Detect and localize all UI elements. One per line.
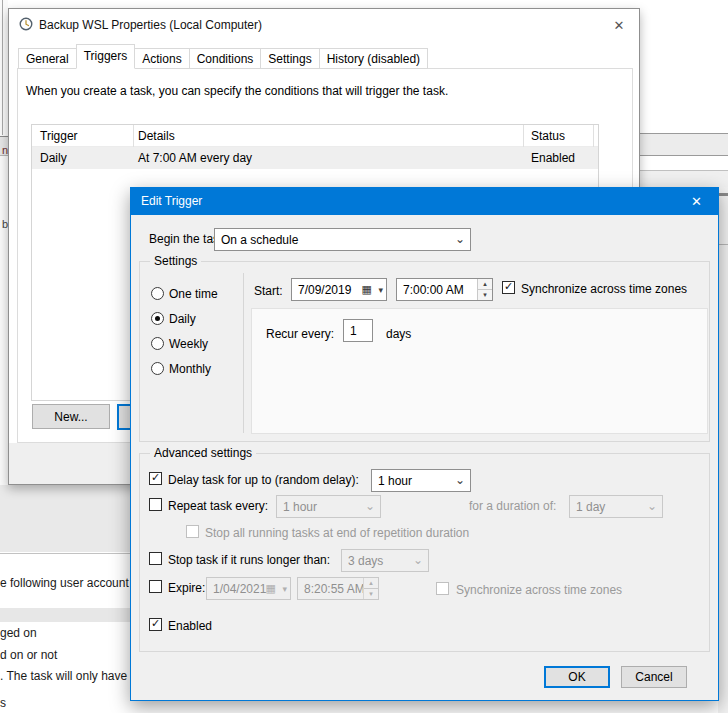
cell-status: Enabled	[531, 151, 575, 165]
background-text-fragment: d on or not	[0, 648, 57, 662]
expire-time-value: 8:20:55 AM	[304, 582, 365, 596]
stop-task-label[interactable]: Stop task if it runs longer than:	[168, 553, 330, 567]
ok-button[interactable]: OK	[544, 666, 610, 688]
delay-task-label[interactable]: Delay task for up to (random delay):	[168, 473, 359, 487]
begin-task-value: On a schedule	[221, 233, 298, 247]
task-scheduler-icon	[19, 17, 33, 31]
enabled-checkbox[interactable]: ✓	[149, 618, 162, 631]
expire-checkbox[interactable]: ✓	[149, 580, 162, 593]
recur-every-input[interactable]: 1	[343, 319, 373, 342]
recur-unit-label: days	[386, 327, 411, 341]
background-band	[0, 485, 130, 552]
start-time-spinner[interactable]: 7:00:00 AM ▴ ▾	[396, 278, 493, 301]
edit-trigger-title: Edit Trigger	[141, 194, 202, 208]
tab-actions[interactable]: Actions	[134, 48, 189, 69]
close-icon[interactable]: ✕	[607, 14, 631, 36]
close-icon[interactable]: ✕	[675, 188, 718, 215]
chevron-down-icon: ▾	[282, 584, 287, 594]
chevron-down-icon: ⌄	[647, 498, 657, 512]
tab-strip: General Triggers Actions Conditions Sett…	[18, 48, 427, 69]
expire-date-picker: 1/04/2021 ▦ ▾	[206, 577, 291, 600]
background-divider	[0, 553, 130, 554]
spin-down-icon[interactable]: ▾	[478, 290, 492, 300]
table-row[interactable]: Daily At 7:00 AM every day Enabled	[32, 147, 598, 169]
background-text-fragment: e following user account	[0, 576, 129, 590]
duration-label: for a duration of:	[469, 499, 556, 513]
radio-dot	[155, 316, 160, 321]
column-divider[interactable]	[133, 125, 134, 147]
spinner-buttons: ▴ ▾	[363, 578, 378, 599]
repeat-task-label[interactable]: Repeat task every:	[168, 499, 268, 513]
chevron-down-icon: ⌄	[455, 472, 465, 486]
delay-task-value: 1 hour	[378, 474, 412, 488]
expire-time-spinner: 8:20:55 AM ▴ ▾	[297, 577, 379, 600]
properties-titlebar[interactable]: Backup WSL Properties (Local Computer) ✕	[9, 9, 639, 41]
new-button[interactable]: New...	[32, 404, 110, 429]
settings-divider	[243, 273, 244, 433]
tab-triggers[interactable]: Triggers	[76, 44, 136, 69]
sync-timezones-label[interactable]: Synchronize across time zones	[521, 282, 687, 296]
tab-conditions[interactable]: Conditions	[189, 48, 262, 69]
column-header-trigger[interactable]: Trigger	[40, 129, 78, 143]
column-divider[interactable]	[523, 125, 524, 147]
stop-all-tasks-label: Stop all running tasks at end of repetit…	[205, 526, 469, 540]
radio-daily-label[interactable]: Daily	[169, 312, 196, 326]
start-label: Start:	[254, 284, 283, 298]
radio-one-time-label[interactable]: One time	[169, 287, 218, 301]
repeat-interval-value: 1 hour	[283, 500, 317, 514]
triggers-description: When you create a task, you can specify …	[26, 84, 448, 98]
background-band	[640, 171, 728, 187]
repeat-task-checkbox[interactable]: ✓	[149, 498, 162, 511]
background-band	[640, 134, 728, 155]
settings-group-label: Settings	[150, 254, 201, 268]
background-list-rows	[640, 0, 728, 187]
calendar-icon: ▦	[362, 283, 372, 296]
begin-task-select[interactable]: On a schedule ⌄	[214, 228, 471, 251]
delay-task-checkbox[interactable]: ✓	[149, 472, 162, 485]
radio-monthly-label[interactable]: Monthly	[169, 362, 211, 376]
background-text-fragment: ged on	[0, 626, 37, 640]
properties-window-title: Backup WSL Properties (Local Computer)	[39, 18, 262, 32]
tab-settings[interactable]: Settings	[260, 48, 319, 69]
background-divider	[640, 155, 728, 156]
background-window-bottom-left: e following user account ged on d on or …	[0, 485, 130, 713]
expire-sync-timezones-label: Synchronize across time zones	[456, 583, 622, 597]
stop-all-tasks-checkbox: ✓	[186, 525, 199, 538]
edit-trigger-titlebar[interactable]: Edit Trigger ✕	[131, 188, 718, 215]
cell-trigger: Daily	[40, 151, 67, 165]
tab-general[interactable]: General	[18, 48, 77, 69]
radio-daily[interactable]	[151, 312, 164, 325]
radio-one-time[interactable]	[151, 287, 164, 300]
stop-task-checkbox[interactable]: ✓	[149, 552, 162, 565]
start-date-value: 7/09/2019	[298, 283, 351, 297]
chevron-down-icon: ⌄	[413, 552, 423, 566]
radio-weekly[interactable]	[151, 337, 164, 350]
spin-up-icon: ▴	[364, 578, 378, 589]
background-text-fragment: . The task will only have	[0, 669, 127, 683]
tab-history[interactable]: History (disabled)	[319, 48, 428, 69]
duration-value: 1 day	[576, 500, 605, 514]
radio-weekly-label[interactable]: Weekly	[169, 337, 208, 351]
calendar-icon: ▦	[266, 582, 276, 595]
cancel-button[interactable]: Cancel	[621, 666, 687, 688]
spin-up-icon[interactable]: ▴	[478, 279, 492, 290]
sync-timezones-checkbox[interactable]: ✓	[502, 281, 515, 294]
spinner-buttons: ▴ ▾	[477, 279, 492, 300]
start-date-picker[interactable]: 7/09/2019 ▦ ▾	[291, 278, 387, 301]
expire-sync-timezones-checkbox: ✓	[436, 582, 449, 595]
radio-monthly[interactable]	[151, 362, 164, 375]
column-header-status[interactable]: Status	[531, 129, 565, 143]
delay-task-select[interactable]: 1 hour ⌄	[371, 469, 471, 492]
column-header-details[interactable]: Details	[138, 129, 175, 143]
trigger-list-header: Trigger Details Status	[32, 125, 598, 147]
column-divider[interactable]	[593, 125, 594, 147]
recur-every-label: Recur every:	[266, 327, 334, 341]
advanced-settings-group-label: Advanced settings	[150, 446, 256, 460]
stop-task-duration-value: 3 days	[348, 554, 383, 568]
background-text-fragment: s	[0, 696, 6, 710]
chevron-down-icon: ⌄	[455, 231, 465, 245]
repeat-interval-select: 1 hour ⌄	[276, 495, 381, 518]
edit-trigger-dialog: Edit Trigger ✕ Begin the task: On a sche…	[130, 187, 719, 701]
enabled-label[interactable]: Enabled	[168, 619, 212, 633]
expire-label[interactable]: Expire:	[168, 581, 205, 595]
